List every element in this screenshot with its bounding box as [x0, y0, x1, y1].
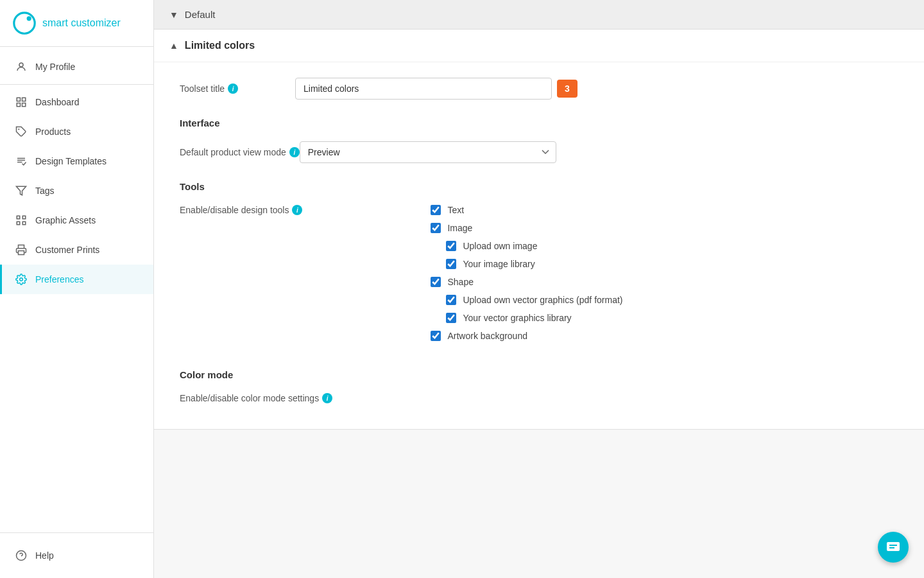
checkbox-text: Text — [431, 205, 622, 215]
tag-icon — [15, 125, 28, 138]
svg-rect-5 — [17, 103, 20, 107]
logo-icon — [13, 12, 36, 35]
checkbox-image-label: Image — [447, 223, 472, 233]
checkbox-upload-own-image: Upload own image — [446, 241, 622, 251]
svg-rect-4 — [22, 98, 26, 101]
tools-section-title: Tools — [180, 181, 898, 192]
default-view-mode-label: Default product view mode i — [180, 147, 300, 157]
checkbox-your-vector-library-label: Your vector graphics library — [463, 313, 571, 323]
color-mode-title: Color mode — [180, 369, 898, 380]
sidebar-nav: My Profile Dashboard Products Design Tem… — [0, 47, 153, 532]
default-view-mode-row: Default product view mode i Preview Desi… — [180, 141, 898, 163]
sidebar-label-graphic-assets: Graphic Assets — [35, 215, 96, 225]
svg-rect-13 — [22, 216, 26, 219]
checkbox-your-image-library: Your image library — [446, 259, 622, 269]
design-icon — [15, 155, 28, 168]
svg-point-17 — [20, 278, 23, 281]
svg-marker-11 — [17, 186, 26, 195]
main-content: ▼ Default ▲ Limited colors Toolset title… — [154, 0, 924, 578]
default-section-header[interactable]: ▼ Default — [154, 0, 924, 30]
checkbox-upload-own-vector: Upload own vector graphics (pdf format) — [446, 295, 622, 305]
checkbox-artwork-background: Artwork background — [431, 331, 622, 341]
sidebar: smart customizer My Profile Dashboard Pr… — [0, 0, 154, 578]
sidebar-item-help[interactable]: Help — [0, 541, 153, 570]
person-icon — [15, 60, 28, 73]
tools-checkbox-group: Text Image Upload own image — [431, 205, 622, 349]
color-mode-row: Enable/disable color mode settings i — [180, 393, 898, 403]
sidebar-item-customer-prints[interactable]: Customer Prints — [0, 235, 153, 265]
checkbox-text-label: Text — [447, 205, 464, 215]
checkbox-text-input[interactable] — [431, 205, 441, 215]
svg-rect-16 — [19, 251, 24, 255]
sidebar-label-my-profile: My Profile — [35, 62, 75, 72]
chevron-up-icon: ▲ — [169, 40, 178, 51]
sidebar-item-preferences[interactable]: Preferences — [0, 265, 153, 294]
logo-text: smart customizer — [42, 17, 121, 29]
checkbox-shape: Shape — [431, 277, 622, 287]
limited-colors-panel: ▲ Limited colors Toolset title i 3 Inter… — [154, 30, 924, 430]
chat-icon — [886, 539, 901, 555]
svg-rect-3 — [17, 98, 20, 101]
sidebar-item-graphic-assets[interactable]: Graphic Assets — [0, 206, 153, 235]
limited-colors-body: Toolset title i 3 Interface Default prod… — [154, 62, 924, 429]
checkbox-shape-label: Shape — [447, 277, 473, 287]
sidebar-label-preferences: Preferences — [35, 274, 83, 285]
enable-disable-color-label: Enable/disable color mode settings i — [180, 393, 332, 403]
toolset-title-label: Toolset title i — [180, 83, 295, 94]
checkbox-image: Image — [431, 223, 622, 233]
sidebar-item-dashboard[interactable]: Dashboard — [0, 87, 153, 117]
chat-fab-button[interactable] — [878, 532, 909, 563]
interface-section-title: Interface — [180, 118, 898, 128]
checkbox-shape-input[interactable] — [431, 277, 441, 287]
sidebar-item-tags[interactable]: Tags — [0, 176, 153, 206]
svg-point-1 — [27, 16, 31, 21]
checkbox-upload-own-vector-input[interactable] — [446, 295, 456, 305]
sidebar-bottom: Help — [0, 532, 153, 578]
checkbox-upload-own-vector-label: Upload own vector graphics (pdf format) — [463, 295, 622, 305]
checkbox-artwork-background-label: Artwork background — [447, 331, 527, 341]
enable-disable-tools-row: Enable/disable design tools i Text Image — [180, 205, 898, 349]
color-mode-info-icon[interactable]: i — [322, 393, 332, 403]
color-mode-section: Color mode Enable/disable color mode set… — [180, 369, 898, 403]
grid-icon — [15, 214, 28, 227]
svg-rect-6 — [22, 103, 26, 107]
toolset-title-row: Toolset title i 3 — [180, 78, 898, 100]
toolset-title-input[interactable] — [295, 78, 552, 100]
svg-point-2 — [19, 63, 23, 67]
sidebar-label-dashboard: Dashboard — [35, 97, 80, 107]
sidebar-item-my-profile[interactable]: My Profile — [0, 52, 153, 82]
limited-colors-header[interactable]: ▲ Limited colors — [154, 30, 924, 62]
svg-rect-14 — [17, 222, 20, 225]
nav-divider-1 — [0, 84, 153, 85]
dashboard-icon — [15, 96, 28, 109]
svg-point-0 — [14, 13, 35, 33]
svg-point-7 — [18, 128, 19, 130]
logo: smart customizer — [0, 0, 153, 47]
svg-rect-12 — [17, 216, 20, 219]
sidebar-label-help: Help — [35, 550, 54, 561]
default-view-mode-select[interactable]: Preview Design 3D — [300, 141, 556, 163]
default-view-info-icon[interactable]: i — [289, 147, 300, 157]
checkbox-your-image-library-input[interactable] — [446, 259, 456, 269]
checkbox-your-vector-library-input[interactable] — [446, 313, 456, 323]
sidebar-label-products: Products — [35, 127, 71, 137]
help-icon — [15, 549, 28, 562]
checkbox-your-image-library-label: Your image library — [463, 259, 535, 269]
sidebar-label-design-templates: Design Templates — [35, 156, 107, 166]
default-section-label: Default — [185, 9, 216, 20]
checkbox-your-vector-library: Your vector graphics library — [446, 313, 622, 323]
sidebar-item-products[interactable]: Products — [0, 117, 153, 146]
sidebar-label-tags: Tags — [35, 186, 55, 196]
toolset-title-info-icon[interactable]: i — [228, 83, 238, 94]
sidebar-item-design-templates[interactable]: Design Templates — [0, 146, 153, 176]
limited-colors-label: Limited colors — [185, 40, 255, 51]
enable-disable-tools-info-icon[interactable]: i — [292, 205, 302, 215]
toolset-badge: 3 — [557, 80, 578, 98]
svg-rect-15 — [22, 222, 26, 225]
sidebar-label-customer-prints: Customer Prints — [35, 245, 99, 255]
checkbox-upload-own-image-input[interactable] — [446, 241, 456, 251]
checkbox-artwork-background-input[interactable] — [431, 331, 441, 341]
gear-icon — [15, 273, 28, 286]
checkbox-image-input[interactable] — [431, 223, 441, 233]
print-icon — [15, 243, 28, 256]
